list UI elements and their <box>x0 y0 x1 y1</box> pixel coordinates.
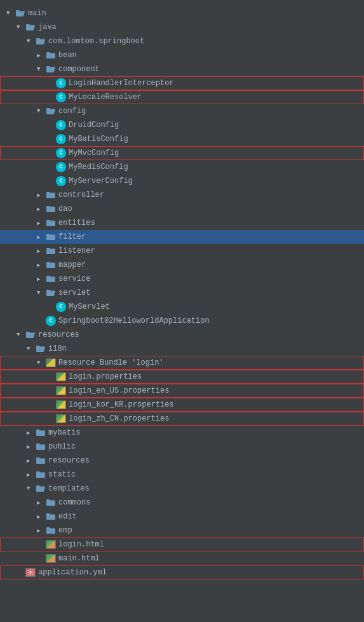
tree-item-login.html[interactable]: login.html <box>0 537 364 551</box>
tree-item-service[interactable]: ▶service <box>0 272 364 286</box>
tree-item-resources2[interactable]: ▶resources <box>0 454 364 468</box>
tree-item-login_zh_CN.properties[interactable]: login_zh_CN.properties <box>0 412 364 426</box>
tree-item-emp[interactable]: ▶emp <box>0 524 364 537</box>
properties-icon <box>56 414 66 423</box>
tree-item-application.yml[interactable]: application.yml <box>0 565 364 579</box>
tree-arrow[interactable]: ▶ <box>27 457 36 464</box>
tree-arrow[interactable]: ▶ <box>37 206 46 213</box>
folder-icon <box>46 219 56 227</box>
class-icon: C <box>56 302 66 312</box>
folder-icon <box>36 344 46 353</box>
tree-item-ResourceBundle[interactable]: ▼Resource Bundle 'login' <box>0 356 364 370</box>
tree-arrow[interactable]: ▶ <box>37 220 46 227</box>
tree-item-mapper[interactable]: ▶mapper <box>0 258 364 272</box>
item-label: main.html <box>58 554 100 563</box>
item-label: application.yml <box>38 568 107 577</box>
tree-item-servlet[interactable]: ▼servlet <box>0 286 364 300</box>
tree-item-component[interactable]: ▼component <box>0 62 364 76</box>
tree-item-public[interactable]: ▶public <box>0 440 364 454</box>
folder-icon <box>46 526 56 535</box>
tree-item-edit[interactable]: ▶edit <box>0 510 364 524</box>
tree-item-static[interactable]: ▶static <box>0 468 364 482</box>
item-label: servlet <box>58 288 90 297</box>
folder-icon <box>36 428 46 437</box>
item-label: resources <box>38 330 79 339</box>
properties-icon <box>56 372 66 381</box>
tree-arrow[interactable]: ▼ <box>37 108 46 114</box>
tree-arrow[interactable]: ▶ <box>37 513 46 520</box>
tree-item-config[interactable]: ▼config <box>0 104 364 118</box>
folder-icon <box>25 330 36 339</box>
item-label: entities <box>58 219 95 227</box>
tree-arrow[interactable]: ▶ <box>27 471 36 478</box>
tree-arrow[interactable]: ▼ <box>27 485 36 492</box>
item-label: emp <box>58 526 72 535</box>
tree-item-commons[interactable]: ▶commons <box>0 496 364 510</box>
class-icon: C <box>56 92 66 102</box>
tree-arrow[interactable]: ▼ <box>6 10 15 17</box>
folder-icon <box>36 470 46 479</box>
tree-item-java[interactable]: ▼java <box>0 20 364 34</box>
tree-arrow[interactable]: ▶ <box>37 248 46 255</box>
tree-item-bean[interactable]: ▶bean <box>0 48 364 62</box>
folder-icon <box>46 274 56 283</box>
tree-item-controller[interactable]: ▶controller <box>0 188 364 202</box>
tree-item-Springboot02HelloworldApplication[interactable]: CSpringboot02HelloworldApplication <box>0 314 364 328</box>
properties-icon <box>56 386 66 395</box>
tree-item-MyBatisConfig[interactable]: CMyBatisConfig <box>0 132 364 146</box>
folder-icon <box>46 288 56 297</box>
tree-arrow[interactable]: ▶ <box>37 52 46 59</box>
tree-item-MyMvcConfig[interactable]: CMyMvcConfig <box>0 146 364 160</box>
tree-arrow[interactable]: ▼ <box>17 24 25 30</box>
item-label: dao <box>58 205 72 213</box>
tree-arrow[interactable]: ▼ <box>27 38 36 44</box>
folder-icon <box>46 260 56 269</box>
tree-arrow[interactable]: ▶ <box>37 499 46 506</box>
folder-icon <box>46 247 56 255</box>
tree-item-com.lomtom.springboot[interactable]: ▼com.lomtom.springboot <box>0 34 364 48</box>
tree-arrow[interactable]: ▼ <box>37 290 46 296</box>
file-tree: ▼main▼java▼com.lomtom.springboot▶bean▼co… <box>0 0 364 622</box>
tree-item-filter[interactable]: ▶filter <box>0 230 364 244</box>
class-icon: C <box>56 120 66 130</box>
tree-arrow[interactable]: ▼ <box>27 346 36 352</box>
tree-arrow[interactable]: ▶ <box>37 192 46 199</box>
item-label: login_en_US.properties <box>69 386 169 395</box>
tree-item-i18n[interactable]: ▼i18n <box>0 342 364 356</box>
tree-item-templates[interactable]: ▼templates <box>0 482 364 496</box>
tree-arrow[interactable]: ▶ <box>37 276 46 283</box>
tree-item-login_en_US.properties[interactable]: login_en_US.properties <box>0 384 364 398</box>
tree-arrow[interactable]: ▶ <box>27 429 36 436</box>
tree-arrow[interactable]: ▶ <box>27 443 36 450</box>
tree-item-DruidConfig[interactable]: CDruidConfig <box>0 118 364 132</box>
folder-icon <box>46 191 56 199</box>
tree-item-LoginHandlerInterceptor[interactable]: CLoginHandlerInterceptor <box>0 76 364 90</box>
tree-item-listener[interactable]: ▶listener <box>0 244 364 258</box>
tree-item-login.properties[interactable]: login.properties <box>0 370 364 384</box>
tree-item-entities[interactable]: ▶entities <box>0 216 364 230</box>
bundle-icon <box>46 358 56 367</box>
tree-item-login_kor_KR.properties[interactable]: login_kor_KR.properties <box>0 398 364 412</box>
tree-item-MyServlet[interactable]: CMyServlet <box>0 300 364 314</box>
tree-item-MyServerConfig[interactable]: CMyServerConfig <box>0 174 364 188</box>
tree-arrow[interactable]: ▼ <box>37 66 46 72</box>
tree-arrow[interactable]: ▶ <box>37 234 46 241</box>
folder-icon <box>36 442 46 451</box>
tree-item-main[interactable]: ▼main <box>0 6 364 20</box>
tree-arrow[interactable]: ▶ <box>37 262 46 269</box>
tree-item-dao[interactable]: ▶dao <box>0 202 364 216</box>
tree-item-mybatis[interactable]: ▶mybatis <box>0 426 364 440</box>
tree-item-main.html[interactable]: main.html <box>0 551 364 565</box>
tree-arrow[interactable]: ▶ <box>37 527 46 534</box>
item-label: static <box>48 470 76 479</box>
yml-icon <box>25 568 36 577</box>
tree-item-MyRedisConfig[interactable]: CMyRedisConfig <box>0 160 364 174</box>
item-label: component <box>58 65 100 74</box>
class-icon: C <box>56 78 66 88</box>
item-label: filter <box>58 233 86 241</box>
item-label: DruidConfig <box>69 121 119 130</box>
tree-item-resources[interactable]: ▼resources <box>0 328 364 342</box>
tree-item-MyLocaleResolver[interactable]: CMyLocaleResolver <box>0 90 364 104</box>
tree-arrow[interactable]: ▼ <box>17 332 25 338</box>
tree-arrow[interactable]: ▼ <box>37 360 46 366</box>
